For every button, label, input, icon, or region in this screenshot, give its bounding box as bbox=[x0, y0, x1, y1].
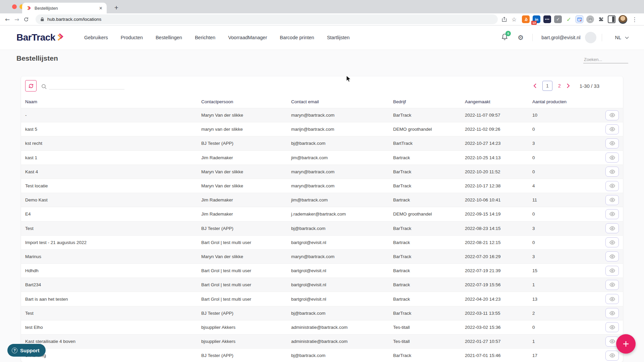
view-row-button[interactable] bbox=[605, 322, 619, 332]
nav-bestellingen[interactable]: Bestellingen bbox=[156, 35, 182, 40]
table-row[interactable]: Kast 4 Maryn Van der slikke maryn@bartra… bbox=[21, 165, 623, 179]
view-row-button[interactable] bbox=[605, 308, 619, 318]
eye-icon bbox=[609, 127, 615, 131]
nav-barcode-printen[interactable]: Barcode printen bbox=[280, 35, 314, 40]
address-bar[interactable]: hub.bartrack.com/locations bbox=[36, 14, 498, 24]
cell-aangemaakt: 2022-03-11 13:55 bbox=[465, 311, 532, 316]
cell-aangemaakt: 2022-03-02 15:36 bbox=[465, 325, 532, 330]
table-row[interactable]: kast 5 maryn van der slikke marijn@bartr… bbox=[21, 122, 623, 136]
table-row[interactable]: Hdhdh Bart Grol | test multi user bartgr… bbox=[21, 263, 623, 278]
cell-aangemaakt: 2022-10-06 10:41 bbox=[465, 197, 532, 202]
browser-tab[interactable]: Bestellijsten ✕ bbox=[22, 3, 107, 13]
nav-producten[interactable]: Producten bbox=[121, 35, 143, 40]
view-row-button[interactable] bbox=[605, 280, 619, 290]
view-row-button[interactable] bbox=[605, 266, 619, 276]
chrome-menu-icon[interactable]: ⋮ bbox=[632, 16, 637, 23]
view-row-button[interactable] bbox=[605, 167, 619, 177]
page-search-input[interactable] bbox=[583, 56, 628, 63]
cell-contactpersoon: BJ Tester (APP) bbox=[201, 353, 291, 358]
view-row-button[interactable] bbox=[605, 209, 619, 219]
nav-berichten[interactable]: Berichten bbox=[195, 35, 215, 40]
table-row[interactable]: E4 Jim Rademaker j.rademaker@bartrack.co… bbox=[21, 207, 623, 221]
table-row[interactable]: Bart is aan het testen Bart Grol | test … bbox=[21, 292, 623, 306]
browser-profile-avatar[interactable] bbox=[619, 15, 627, 24]
forward-button[interactable]: → bbox=[12, 15, 21, 24]
cell-aangemaakt: 2022-08-23 14:15 bbox=[465, 226, 532, 231]
table-row[interactable]: test Elho bjsupplier Akkers administrati… bbox=[21, 320, 623, 334]
table-row[interactable]: Test locatie Maryn Van der slikke maryn@… bbox=[21, 179, 623, 193]
add-button[interactable] bbox=[616, 334, 636, 354]
support-button[interactable]: ? Support bbox=[7, 344, 46, 357]
sloth-extension-icon[interactable] bbox=[586, 15, 594, 23]
bartrack-logo[interactable]: BarTrack bbox=[16, 32, 63, 43]
table-row[interactable]: kst recht BJ Tester (APP) bj@bartrack.co… bbox=[21, 136, 623, 150]
search-icon bbox=[41, 84, 47, 89]
page-title: Bestellijsten bbox=[16, 54, 58, 62]
side-panel-icon[interactable] bbox=[608, 15, 615, 23]
checkmark-extension-icon[interactable]: ✓ bbox=[565, 15, 573, 23]
chevron-down-icon[interactable] bbox=[625, 36, 629, 39]
table-row[interactable]: - Maryn Van der slikke maryn@bartrack.co… bbox=[21, 108, 623, 122]
language-selector[interactable]: NL bbox=[615, 35, 621, 40]
next-page-icon[interactable] bbox=[567, 83, 570, 88]
cell-bedrijf: DEMO groothandel bbox=[393, 127, 465, 132]
view-row-button[interactable] bbox=[605, 294, 619, 304]
linkedin-extension-icon[interactable]: in 13 bbox=[533, 15, 540, 23]
cell-contactpersoon: Maryn Van der slikke bbox=[201, 113, 291, 118]
table-row[interactable]: Bart234 Bart Grol | test multi user bart… bbox=[21, 278, 623, 292]
table-search-input[interactable] bbox=[49, 82, 124, 89]
view-row-button[interactable] bbox=[605, 237, 619, 247]
window-extension-icon[interactable] bbox=[576, 15, 583, 23]
view-row-button[interactable] bbox=[605, 153, 619, 163]
tab-close-icon[interactable]: ✕ bbox=[99, 6, 103, 11]
cell-aangemaakt: 2022-10-20 11:52 bbox=[465, 169, 532, 174]
more-extension-icon[interactable]: ••• bbox=[543, 15, 551, 23]
new-tab-button[interactable]: + bbox=[111, 3, 121, 13]
view-row-button[interactable] bbox=[605, 138, 619, 148]
table-row[interactable]: Marinus Maryn Van der slikke maryn@bartr… bbox=[21, 249, 623, 263]
eye-icon bbox=[609, 141, 615, 145]
table-row[interactable]: Import test - 21 augustus 2022 Bart Grol… bbox=[21, 235, 623, 249]
prev-page-icon[interactable] bbox=[533, 83, 537, 88]
window-close-button[interactable] bbox=[12, 4, 17, 9]
table-row[interactable]: Test BJ Tester (APP) bj@bartrack.com Bar… bbox=[21, 221, 623, 235]
cell-bedrijf: Bartrack bbox=[393, 297, 465, 302]
header-divider bbox=[532, 34, 533, 41]
table-row[interactable]: kast 1 Jim Rademaker jim@bartrack.com Ba… bbox=[21, 150, 623, 165]
bookmark-star-icon[interactable]: ☆ bbox=[512, 16, 517, 23]
cell-contactpersoon: maryn van der slikke bbox=[201, 127, 291, 132]
extensions-puzzle-icon[interactable] bbox=[597, 15, 605, 23]
table-row[interactable]: ennenweg BJ Tester (APP) bj@bartrack.com… bbox=[21, 348, 623, 362]
back-button[interactable]: ← bbox=[3, 15, 12, 24]
nav-voorraadmanager[interactable]: VoorraadManager bbox=[228, 35, 267, 40]
view-row-button[interactable] bbox=[605, 223, 619, 233]
notifications-button[interactable]: 0 bbox=[501, 33, 508, 42]
eye-icon bbox=[609, 339, 615, 344]
page-2-button[interactable]: 2 bbox=[558, 83, 561, 88]
eye-icon bbox=[609, 353, 615, 358]
nav-gebruikers[interactable]: Gebruikers bbox=[84, 35, 108, 40]
nav-startlijsten[interactable]: Startlijsten bbox=[327, 35, 350, 40]
view-row-button[interactable] bbox=[605, 110, 619, 120]
view-row-button[interactable] bbox=[605, 195, 619, 205]
cell-naam: kast 5 bbox=[25, 127, 201, 132]
settings-gear-icon[interactable]: ⚙ bbox=[518, 34, 524, 42]
view-row-button[interactable] bbox=[605, 351, 619, 361]
reload-button[interactable] bbox=[21, 15, 31, 24]
cell-bedrijf: BartTrack bbox=[393, 141, 465, 146]
page-1-button[interactable]: 1 bbox=[542, 81, 552, 91]
user-email[interactable]: bart.grol@evisit.nl bbox=[541, 35, 580, 40]
cell-aangemaakt: 2022-07-19 21:39 bbox=[465, 268, 532, 273]
table-row[interactable]: Test BJ Tester (APP) bj@bartrack.com Bar… bbox=[21, 306, 623, 320]
view-row-button[interactable] bbox=[605, 251, 619, 261]
share-icon[interactable] bbox=[502, 17, 507, 22]
table-row[interactable]: Kast sterailisatie 4 boven bjsupplier Ak… bbox=[21, 334, 623, 348]
cell-contact-email: marijn@bartrack.com bbox=[291, 127, 393, 132]
view-row-button[interactable] bbox=[605, 124, 619, 134]
user-avatar[interactable] bbox=[585, 32, 596, 43]
view-row-button[interactable] bbox=[605, 181, 619, 191]
refresh-button[interactable] bbox=[25, 80, 37, 92]
checkbox-extension-icon[interactable]: ✓ bbox=[554, 15, 562, 23]
table-row[interactable]: Demo Kast Jim Rademaker jim@bartrack.com… bbox=[21, 193, 623, 207]
hubspot-extension-icon[interactable] bbox=[522, 15, 530, 23]
